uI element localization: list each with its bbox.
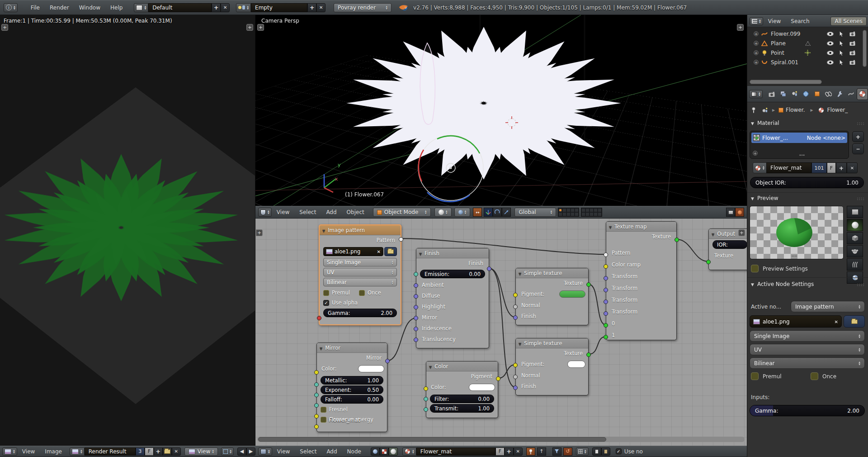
active-node-panel-header[interactable]: Active Node Settings:::: — [747, 281, 868, 287]
unlink-image-icon[interactable] — [377, 248, 381, 255]
socket-gamma-input[interactable] — [317, 316, 321, 320]
socket-iridescence-input[interactable] — [414, 327, 418, 331]
tab-material[interactable] — [857, 88, 868, 100]
socket-finish-input[interactable] — [513, 386, 518, 390]
socket-texture-output[interactable] — [586, 282, 591, 287]
socket-falloff-input[interactable] — [314, 403, 319, 408]
flower-mesh[interactable] — [346, 27, 621, 180]
socket-pattern-input[interactable] — [604, 252, 608, 257]
collapse-icon[interactable] — [519, 270, 524, 276]
socket-mirror-output[interactable] — [385, 359, 390, 363]
socket-texture-output[interactable] — [586, 352, 591, 357]
emission-slider[interactable]: Emission:0.00 — [420, 270, 485, 278]
expand-icon[interactable]: + — [754, 60, 759, 65]
socket-metallic-input[interactable] — [314, 382, 319, 387]
expand-region-icon[interactable]: + — [246, 24, 253, 31]
preview-flat-button[interactable] — [847, 206, 863, 218]
mirror-color-swatch[interactable] — [358, 365, 384, 372]
previous-frame-button[interactable]: ◀ — [237, 447, 246, 456]
socket-color-input[interactable] — [314, 370, 319, 375]
menu-object[interactable]: Object — [342, 209, 369, 215]
scene-name[interactable]: Empty — [251, 3, 307, 12]
menu-help[interactable]: Help — [105, 5, 127, 11]
collapse-icon[interactable] — [609, 224, 614, 230]
layers-grid-1[interactable] — [558, 208, 579, 217]
open-image-button[interactable] — [384, 247, 397, 256]
tab-render[interactable] — [766, 88, 778, 100]
exponent-slider[interactable]: Exponent:0.50 — [321, 386, 383, 394]
socket-pigment-output[interactable] — [496, 376, 500, 381]
material-slot-selected[interactable]: Flower_... Node <none> — [751, 133, 847, 143]
node-type-select[interactable]: Image pattern — [791, 301, 865, 312]
expand-icon[interactable]: + — [754, 50, 759, 55]
color-swatch[interactable] — [469, 384, 495, 391]
preview-cube-button[interactable] — [847, 232, 863, 244]
menu-search[interactable]: Search — [786, 18, 814, 24]
socket-texture-output[interactable] — [675, 238, 679, 242]
tab-world[interactable] — [800, 88, 811, 100]
paste-nodes-button[interactable] — [601, 447, 610, 456]
menu-view[interactable]: View — [272, 209, 294, 215]
resize-grip[interactable]: ══ — [792, 254, 797, 258]
fake-user-toggle[interactable]: F — [827, 162, 836, 173]
display-channels-select[interactable]: View — [184, 447, 218, 456]
pass-index[interactable]: 3 — [136, 447, 145, 456]
socket-pigment-input[interactable] — [513, 293, 518, 297]
menu-add[interactable]: Add — [321, 209, 341, 215]
scale-manipulator-button[interactable] — [502, 208, 511, 217]
node-color[interactable]: Color Pigment Color: Filter:0.00 Transmi… — [426, 361, 498, 418]
new-image-button[interactable] — [154, 447, 163, 456]
renderable-camera-icon[interactable] — [849, 59, 856, 65]
transmit-slider[interactable]: Transmit:1.00 — [430, 404, 494, 413]
socket-0-input[interactable] — [604, 323, 608, 328]
menu-view[interactable]: View — [272, 448, 295, 455]
shader-type-object-button[interactable] — [371, 447, 380, 456]
selectable-cursor-icon[interactable] — [838, 40, 844, 47]
node-texture-map[interactable]: Texture map Texture Pattern Color ramp T… — [606, 221, 677, 340]
outliner-v-scrollbar[interactable] — [863, 30, 867, 67]
use-alpha-checkbox[interactable] — [323, 300, 329, 306]
manipulator-toggle[interactable]: ↔ — [473, 208, 482, 217]
display-mode-select[interactable]: All Scenes — [830, 17, 867, 26]
socket-transform-input[interactable] — [604, 276, 608, 281]
image-name-field[interactable]: Render Result — [85, 447, 136, 456]
socket-pattern-output[interactable] — [399, 237, 403, 242]
editor-type-outliner-button[interactable] — [750, 17, 763, 25]
transform-orientation-select[interactable]: Global — [514, 208, 556, 217]
auto-render-toggle[interactable]: ↺ — [563, 447, 572, 456]
socket-transmit-input[interactable] — [424, 407, 428, 412]
expand-region-icon[interactable]: + — [257, 24, 264, 31]
shader-type-material-button[interactable] — [389, 447, 398, 456]
ior-field[interactable]: IOR: — [712, 240, 747, 249]
selectable-cursor-icon[interactable] — [838, 59, 844, 66]
gamma-slider[interactable]: Gamma:2.00 — [750, 405, 865, 416]
socket-texture-input[interactable] — [706, 260, 711, 264]
lock-to-scene-button[interactable] — [726, 208, 735, 217]
outliner-row-flower[interactable]: + Flower.099 — [747, 29, 868, 38]
socket-transform-input[interactable] — [604, 311, 608, 316]
expand-region-icon[interactable]: + — [738, 229, 745, 236]
socket-finish-input[interactable] — [513, 315, 518, 320]
collapse-icon[interactable] — [419, 250, 425, 257]
socket-1-input[interactable] — [604, 335, 608, 339]
outliner-h-scrollbar[interactable] — [750, 80, 822, 84]
use-nodes-checkbox[interactable] — [616, 448, 622, 454]
tab-object[interactable] — [811, 88, 823, 100]
material-panel-header[interactable]: Material:::: — [747, 120, 868, 126]
copy-nodes-button[interactable] — [592, 447, 601, 456]
image-name-field[interactable]: aloe1.png — [750, 315, 842, 328]
preview-monkey-button[interactable] — [847, 245, 863, 257]
editor-type-image-button[interactable] — [2, 447, 17, 456]
tab-object-data[interactable] — [845, 88, 857, 100]
collapse-icon[interactable] — [322, 227, 328, 233]
viewport-3d[interactable]: Camera Persp y x (1) Flower.067 + + — [255, 15, 747, 206]
add-material-slot-button[interactable] — [852, 131, 864, 142]
pivot-point-select[interactable] — [454, 208, 471, 217]
fresnel-checkbox[interactable] — [321, 407, 326, 413]
layers-grid-2[interactable] — [581, 208, 602, 217]
expand-region-icon[interactable]: + — [737, 24, 744, 31]
menu-view[interactable]: View — [17, 448, 40, 455]
resize-grip[interactable]: ══ — [799, 153, 805, 157]
node-image-pattern[interactable]: Image pattern Pattern aloe1.png Single I… — [319, 224, 401, 325]
fake-user-toggle[interactable]: F — [145, 447, 154, 456]
